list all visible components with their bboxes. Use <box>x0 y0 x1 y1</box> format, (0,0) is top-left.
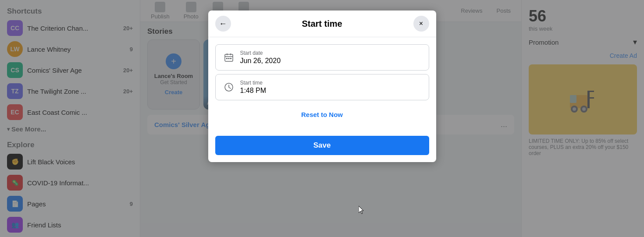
start-date-label: Start date <box>240 50 281 56</box>
modal-body: Start date Jun 26, 2020 Start time 1:48 … <box>208 37 436 132</box>
modal-header: ← Start time × <box>208 11 436 37</box>
reset-to-now-link[interactable]: Reset to Now <box>215 104 429 125</box>
calendar-icon <box>223 51 235 64</box>
date-field-content: Start date Jun 26, 2020 <box>240 50 281 65</box>
back-arrow-icon: ← <box>219 19 227 28</box>
start-time-label: Start time <box>240 80 267 86</box>
modal-title: Start time <box>231 19 413 29</box>
svg-rect-13 <box>226 58 228 59</box>
svg-line-18 <box>229 87 231 88</box>
start-date-value: Jun 26, 2020 <box>240 57 281 65</box>
modal-footer: Save <box>208 132 436 162</box>
start-time-modal: ← Start time × Start date <box>208 11 436 162</box>
start-date-field[interactable]: Start date Jun 26, 2020 <box>215 44 429 71</box>
modal-back-button[interactable]: ← <box>215 16 231 32</box>
time-field-content: Start time 1:48 PM <box>240 80 267 95</box>
svg-rect-14 <box>228 58 229 59</box>
clock-icon <box>223 81 235 93</box>
modal-close-button[interactable]: × <box>413 16 429 32</box>
start-time-field[interactable]: Start time 1:48 PM <box>215 74 429 100</box>
start-time-value: 1:48 PM <box>240 87 267 95</box>
close-icon: × <box>419 20 423 28</box>
save-button[interactable]: Save <box>215 136 429 155</box>
svg-rect-15 <box>230 58 231 59</box>
